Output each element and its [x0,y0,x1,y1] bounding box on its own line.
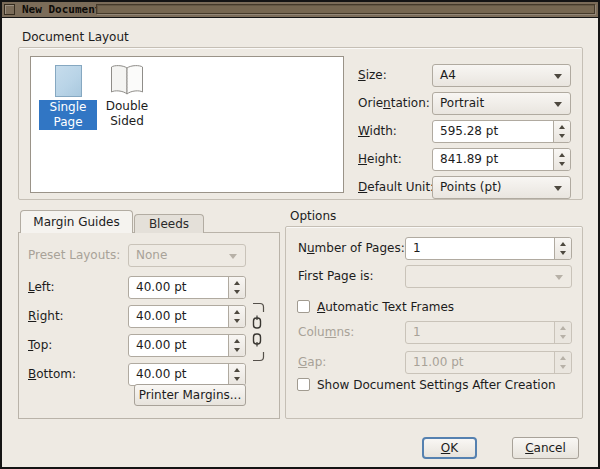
layout-listbox: Single Page Double Sided [30,56,344,193]
orientation-value: Portrait [440,96,484,110]
spin-buttons [554,238,571,259]
automatic-text-frames-label: Automatic Text Frames [317,300,454,315]
preset-layouts-label: Preset Layouts: [28,248,120,263]
spin-up-icon [560,356,566,360]
ok-label: OK [441,441,458,455]
double-sided-icon [108,63,146,98]
number-of-pages-value: 1 [413,241,421,255]
dropdown-arrow-icon [555,275,563,280]
titlebar[interactable]: New Document [2,2,598,18]
link-margins-icon[interactable] [250,302,268,362]
layout-item-double-sided[interactable]: Double Sided [93,63,161,129]
columns-spinbox: 1 [405,321,572,344]
columns-label: Columns: [298,325,354,340]
automatic-text-frames-checkbox[interactable] [297,300,310,313]
default-unit-dropdown[interactable]: Points (pt) [432,176,571,199]
orientation-dropdown[interactable]: Portrait [432,92,571,115]
spin-down-icon[interactable] [559,134,565,138]
first-page-is-dropdown [405,265,572,288]
spin-up-icon[interactable] [559,125,565,129]
columns-value: 1 [413,325,421,339]
spin-up-icon[interactable] [234,339,240,343]
margin-bottom-label: Bottom: [28,367,76,382]
margin-left-label: Left: [28,280,55,295]
printer-margins-label: Printer Margins... [139,388,241,402]
printer-margins-button[interactable]: Printer Margins... [134,384,246,406]
spin-up-icon[interactable] [234,281,240,285]
spin-up-icon[interactable] [559,153,565,157]
default-unit-value: Points (pt) [440,180,502,194]
margin-left-spinbox[interactable]: 40.00 pt [128,276,246,299]
show-document-settings-label: Show Document Settings After Creation [317,378,556,393]
new-document-dialog: New Document Document Layout Single Page… [0,0,600,469]
margin-bottom-value: 40.00 pt [136,367,187,381]
spin-down-icon[interactable] [234,348,240,352]
layout-item-label: Double Sided [93,99,161,129]
titlebar-groove [96,4,595,14]
spin-down-icon[interactable] [234,377,240,381]
preset-layouts-dropdown: None [128,244,246,267]
gap-label: Gap: [298,355,326,370]
number-of-pages-label: Number of Pages: [298,241,405,256]
spin-buttons [553,149,570,170]
cancel-label: Cancel [525,441,566,455]
window-title: New Document [22,3,101,16]
preset-layouts-value: None [136,248,167,262]
first-page-is-label: First Page is: [298,269,374,284]
width-label: Width: [358,124,397,139]
spin-up-icon[interactable] [560,242,566,246]
spin-down-icon [560,365,566,369]
size-value: A4 [440,68,456,82]
single-page-icon [55,65,82,97]
tab-margin-guides[interactable]: Margin Guides [20,210,133,233]
dropdown-arrow-icon [554,186,562,191]
size-dropdown[interactable]: A4 [432,64,571,87]
spin-up-icon [560,326,566,330]
spin-up-icon[interactable] [234,368,240,372]
default-unit-label: Default Unit: [358,180,434,195]
spin-buttons [554,352,571,373]
show-document-settings-checkbox[interactable] [297,378,310,391]
spin-down-icon[interactable] [560,251,566,255]
cancel-button[interactable]: Cancel [512,437,579,459]
height-value: 841.89 pt [440,152,498,166]
number-of-pages-spinbox[interactable]: 1 [405,237,572,260]
dropdown-arrow-icon [229,254,237,259]
spin-buttons [228,306,245,327]
spin-down-icon[interactable] [559,162,565,166]
spin-buttons [553,121,570,142]
height-label: Height: [358,152,402,167]
margin-right-value: 40.00 pt [136,309,187,323]
margin-bottom-spinbox[interactable]: 40.00 pt [128,363,246,386]
ok-button[interactable]: OK [422,437,477,459]
document-layout-group-label: Document Layout [22,30,129,45]
spin-buttons [554,322,571,343]
layout-item-single-page[interactable]: Single Page [39,65,97,130]
tab-label: Margin Guides [33,215,119,229]
gap-value: 11.00 pt [413,355,464,369]
spin-down-icon [560,335,566,339]
spin-buttons [228,335,245,356]
spin-buttons [228,277,245,298]
window-menu-icon[interactable] [4,4,15,15]
orientation-label: Orientation: [358,96,430,111]
margin-right-label: Right: [28,309,64,324]
spin-down-icon[interactable] [234,290,240,294]
spin-up-icon[interactable] [234,310,240,314]
spin-down-icon[interactable] [234,319,240,323]
size-label: Size: [358,68,387,83]
layout-item-label: Single Page [39,100,97,130]
spin-buttons [228,364,245,385]
width-spinbox[interactable]: 595.28 pt [432,120,571,143]
options-group-label: Options [290,209,336,224]
dropdown-arrow-icon [554,102,562,107]
margin-top-label: Top: [28,338,52,353]
height-spinbox[interactable]: 841.89 pt [432,148,571,171]
margin-top-value: 40.00 pt [136,338,187,352]
margin-top-spinbox[interactable]: 40.00 pt [128,334,246,357]
tab-bleeds[interactable]: Bleeds [134,214,204,233]
tab-label: Bleeds [149,217,189,231]
margin-right-spinbox[interactable]: 40.00 pt [128,305,246,328]
margin-left-value: 40.00 pt [136,280,187,294]
width-value: 595.28 pt [440,124,498,138]
